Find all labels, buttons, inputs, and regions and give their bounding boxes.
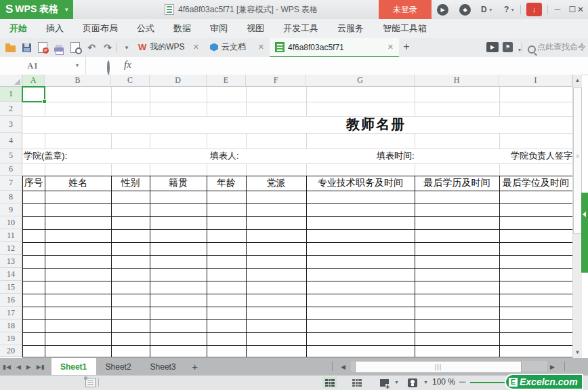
row-header-14[interactable]: 14	[0, 268, 22, 281]
roster-header-cell[interactable]: 最后学历及时间	[415, 176, 499, 190]
close-tab-icon[interactable]: ✕	[387, 43, 394, 52]
grid-cell[interactable]	[23, 230, 44, 241]
grid-cell[interactable]	[207, 269, 245, 280]
grid-cell[interactable]	[500, 281, 572, 293]
video-tutorial-icon[interactable]: ▶	[486, 42, 499, 52]
docer-menu-button[interactable]: D▼	[481, 3, 493, 16]
grid-cell[interactable]	[207, 333, 245, 345]
grid-cell[interactable]	[45, 320, 110, 332]
column-header-B[interactable]: B	[45, 75, 111, 87]
column-header-G[interactable]: G	[306, 75, 415, 87]
grid-cell[interactable]	[307, 333, 414, 345]
info-label-cell[interactable]: 学院(盖章):	[24, 149, 67, 163]
sheet-tab-sheet1[interactable]: Sheet1	[51, 358, 96, 375]
add-sheet-button[interactable]: +	[186, 358, 205, 375]
grid-cell[interactable]	[112, 281, 149, 293]
grid-cell[interactable]	[247, 256, 306, 267]
grid-cell[interactable]	[247, 307, 306, 319]
grid-cell[interactable]	[150, 243, 206, 254]
grid-cell[interactable]	[247, 217, 306, 229]
grid-cell[interactable]	[307, 204, 414, 216]
grid-cell[interactable]	[23, 294, 44, 306]
roster-header-cell[interactable]: 籍贯	[150, 176, 206, 190]
redo-icon[interactable]: ↷	[102, 41, 114, 54]
column-header-D[interactable]: D	[150, 75, 207, 87]
row-header-16[interactable]: 16	[0, 294, 22, 307]
grid-cell[interactable]	[415, 217, 499, 229]
grid-cell[interactable]	[307, 281, 414, 293]
grid-cell[interactable]	[150, 204, 206, 216]
sheet-tab-sheet2[interactable]: Sheet2	[96, 358, 141, 375]
task-panel-toggle[interactable]	[581, 193, 588, 273]
row-header-8[interactable]: 8	[0, 191, 22, 203]
grid-cell[interactable]	[150, 307, 206, 319]
row-header-12[interactable]: 12	[0, 242, 22, 255]
wps-logo-button[interactable]: S WPS 表格 ▼	[0, 0, 73, 19]
page-break-view-icon[interactable]	[350, 377, 364, 388]
column-header-C[interactable]: C	[111, 75, 150, 87]
doc-tab-3[interactable]: 4f6a8f03ac5f71✕	[270, 38, 399, 58]
grid-cell[interactable]	[415, 269, 499, 280]
grid-cell[interactable]	[247, 294, 306, 306]
undo-icon[interactable]: ↶	[85, 41, 98, 54]
split-window-icon[interactable]	[377, 377, 392, 388]
grid-cell[interactable]	[415, 256, 499, 267]
sheet-tab-sheet3[interactable]: Sheet3	[141, 358, 186, 375]
grid-cell[interactable]	[23, 191, 44, 203]
menu-item-9[interactable]: 云服务	[328, 19, 373, 38]
row-header-15[interactable]: 15	[0, 281, 22, 294]
magnifier-icon[interactable]	[107, 62, 110, 74]
row-header-11[interactable]: 11	[0, 229, 22, 242]
row-header-7[interactable]: 7	[0, 176, 22, 191]
grid-cell[interactable]	[500, 320, 572, 332]
grid-cell[interactable]	[23, 333, 44, 345]
row-header-13[interactable]: 13	[0, 255, 22, 268]
grid-cell[interactable]	[112, 333, 149, 345]
grid-cell[interactable]	[45, 346, 110, 356]
grid-cell[interactable]	[150, 294, 206, 306]
grid-cell[interactable]	[23, 243, 44, 254]
grid-cell[interactable]	[415, 294, 499, 306]
grid-cell[interactable]	[500, 333, 572, 345]
grid-cell[interactable]	[23, 269, 44, 280]
toolbar-more-icon[interactable]: ▼	[121, 41, 133, 54]
chevron-down-icon[interactable]: ▼	[513, 43, 526, 56]
grid-cell[interactable]	[415, 191, 499, 203]
export-pdf-icon[interactable]: P	[37, 41, 49, 54]
grid-cell[interactable]	[500, 204, 572, 216]
grid-cell[interactable]	[500, 243, 572, 254]
grid-cell[interactable]	[23, 346, 44, 356]
grid-cell[interactable]	[45, 256, 110, 267]
grid-cell[interactable]	[112, 346, 149, 356]
grid-cell[interactable]	[207, 243, 245, 254]
grid-cell[interactable]	[500, 217, 572, 229]
grid-cell[interactable]	[247, 320, 306, 332]
grid-cell[interactable]	[247, 243, 306, 254]
grid-cell[interactable]	[150, 269, 206, 280]
grid-cell[interactable]	[247, 333, 306, 345]
grid-cell[interactable]	[150, 346, 206, 356]
grid-cell[interactable]	[45, 217, 110, 229]
scroll-left-icon[interactable]: ◀	[341, 364, 345, 370]
row-header-10[interactable]: 10	[0, 216, 22, 229]
grid-cell[interactable]	[150, 191, 206, 203]
close-tab-icon[interactable]: ✕	[193, 43, 199, 52]
doc-tab-1[interactable]: W我的WPS✕	[133, 38, 205, 56]
roster-header-cell[interactable]: 序号	[23, 176, 44, 190]
update-icon[interactable]: ◆	[459, 4, 471, 16]
save-icon[interactable]	[20, 41, 33, 54]
grid-cell[interactable]	[247, 204, 306, 216]
grid-cell[interactable]	[23, 281, 44, 293]
grid-cell[interactable]	[415, 230, 499, 241]
grid-cell[interactable]	[45, 307, 110, 319]
grid-cell[interactable]	[500, 230, 572, 241]
column-header-F[interactable]: F	[246, 75, 306, 87]
macro-record-icon[interactable]	[85, 378, 96, 387]
roster-header-cell[interactable]: 党派	[247, 176, 306, 190]
grid-cell[interactable]	[207, 294, 245, 306]
roster-header-cell[interactable]: 姓名	[45, 176, 110, 190]
scroll-up-icon[interactable]: ▲	[573, 77, 582, 83]
grid-cell[interactable]	[45, 204, 110, 216]
grid-cell[interactable]	[150, 333, 206, 345]
select-all-corner[interactable]	[0, 75, 22, 87]
